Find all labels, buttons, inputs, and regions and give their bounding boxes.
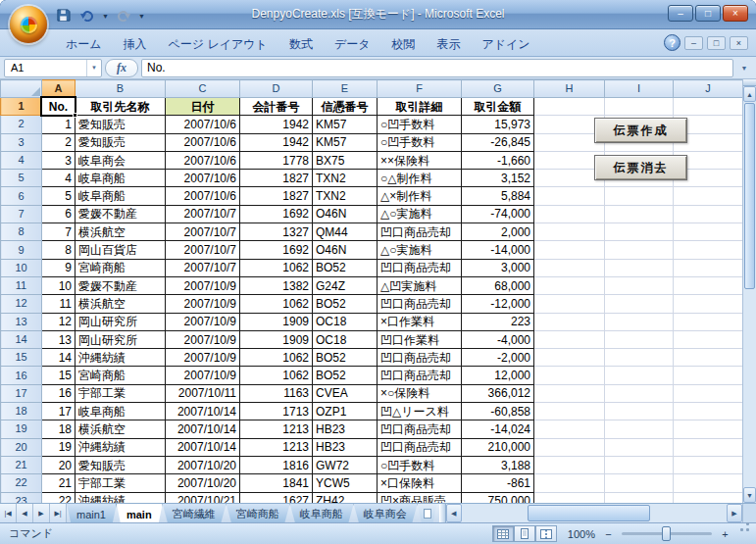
cell[interactable]: 2007/10/9 [166,367,240,384]
horizontal-scroll-track[interactable] [462,504,727,522]
cell[interactable]: 凹口商品売却 [378,259,462,276]
cell[interactable]: 岡山百貨店 [76,241,166,259]
cell[interactable]: 愛知販売 [76,456,166,473]
cell[interactable]: 22 [42,492,76,503]
cell[interactable]: HB23 [313,420,378,438]
cell[interactable] [534,276,605,294]
cell[interactable]: BO52 [313,367,378,384]
row-header[interactable]: 10 [1,259,42,276]
name-box[interactable]: A1 ▼ [4,59,102,77]
cell[interactable]: 横浜航空 [76,420,166,438]
cell[interactable]: ZH42 [313,492,378,503]
zoom-out-icon[interactable]: − [602,527,615,540]
ribbon-tab[interactable]: ページ レイアウト [158,32,278,56]
cell[interactable] [674,349,743,367]
cell[interactable]: 宮崎商船 [76,367,166,384]
row-header[interactable]: 22 [1,474,42,492]
zoom-slider-thumb[interactable] [662,526,671,541]
ribbon-tab[interactable]: ホーム [55,32,113,56]
zoom-slider[interactable] [622,532,712,535]
cell[interactable]: 3,152 [462,170,534,187]
cell[interactable]: 愛媛不動産 [76,276,166,294]
cell[interactable]: 1942 [240,133,313,151]
cell[interactable]: G24Z [313,276,378,294]
horizontal-scrollbar[interactable]: ◀ ▶ [446,504,742,522]
cell[interactable]: 2007/10/9 [166,349,240,367]
row-header[interactable]: 1 [1,98,42,116]
cell[interactable] [674,98,743,116]
insert-worksheet-tab[interactable] [418,504,437,522]
cell[interactable]: 凹×商品販売 [378,492,462,503]
cell[interactable]: 愛媛不動産 [76,205,166,223]
row-header[interactable]: 14 [1,330,42,348]
cell[interactable]: 沖縄紡績 [76,492,166,503]
column-header-A[interactable]: A [42,80,76,98]
column-header-H[interactable]: H [534,80,605,98]
cell[interactable]: 14 [42,349,76,367]
cell[interactable] [605,187,674,205]
cell[interactable]: ○△制作料 [378,170,462,187]
cell[interactable]: KM57 [313,133,378,151]
row-header[interactable]: 15 [1,349,42,367]
ribbon-tab[interactable]: 数式 [278,32,324,56]
cell[interactable]: 9 [42,259,76,276]
cell[interactable]: 8 [42,241,76,259]
zoom-in-icon[interactable]: + [719,527,731,540]
cell[interactable] [674,367,743,384]
cell[interactable]: OC18 [313,330,378,348]
cell[interactable]: 凹口商品売却 [378,367,462,384]
cell[interactable]: -2,000 [462,349,534,367]
cell[interactable]: -12,000 [462,295,534,313]
cell[interactable]: 1713 [240,403,313,420]
row-header[interactable]: 21 [1,456,42,473]
denpyo-create-button[interactable]: 伝票作成 [594,118,687,143]
cell[interactable]: 1692 [240,205,313,223]
cell[interactable]: 愛知販売 [76,116,166,133]
cell[interactable]: 2007/10/9 [166,313,240,330]
cell[interactable]: 12 [42,313,76,330]
cell[interactable]: 2007/10/21 [166,492,240,503]
cell[interactable]: 1327 [240,223,313,241]
header-cell[interactable]: 会計番号 [240,98,313,116]
cell[interactable] [674,205,743,223]
cell[interactable]: ×口作業料 [378,313,462,330]
cell[interactable]: ×口保険料 [378,474,462,492]
cell[interactable]: 1382 [240,276,313,294]
scroll-down-icon[interactable]: ▼ [743,487,756,503]
cell[interactable]: △凹実施料 [378,276,462,294]
cell[interactable]: GW72 [313,456,378,473]
cell[interactable]: 凹口商品売却 [378,295,462,313]
cell[interactable]: 岐阜商船 [76,403,166,420]
column-header-C[interactable]: C [166,80,240,98]
cell[interactable]: 宮崎商船 [76,259,166,276]
cell[interactable]: 岡山研究所 [76,330,166,348]
cell[interactable]: 2007/10/6 [166,187,240,205]
cell[interactable]: 凹口商品売却 [378,438,462,456]
cell[interactable] [674,259,743,276]
cell[interactable]: 750,000 [462,492,534,503]
cell[interactable] [674,438,743,456]
cell[interactable]: -60,858 [462,403,534,420]
cell[interactable]: -74,000 [462,205,534,223]
cell[interactable]: ×○保険料 [378,384,462,402]
cell[interactable]: △○実施料 [378,241,462,259]
cell[interactable] [534,205,605,223]
sheet-tab-宮崎商船[interactable]: 宮崎商船 [227,504,290,522]
cell[interactable] [674,276,743,294]
vertical-scroll-thumb[interactable] [744,103,755,289]
workbook-minimize-button[interactable]: – [684,36,703,50]
cell[interactable]: KM57 [313,116,378,133]
cell[interactable] [534,438,605,456]
cell[interactable] [605,420,674,438]
workbook-restore-button[interactable]: □ [707,36,726,50]
ribbon-tab[interactable]: データ [324,32,381,56]
cell[interactable]: 4 [42,170,76,187]
cell[interactable]: -14,024 [462,420,534,438]
office-button-icon[interactable] [10,6,47,43]
undo-dropdown-icon[interactable]: ▼ [102,11,109,20]
cell[interactable]: 凹口商品売却 [378,349,462,367]
cell[interactable]: 1909 [240,313,313,330]
cell[interactable]: TXN2 [313,170,378,187]
cell[interactable]: 2,000 [462,223,534,241]
cell[interactable]: △○実施料 [378,205,462,223]
